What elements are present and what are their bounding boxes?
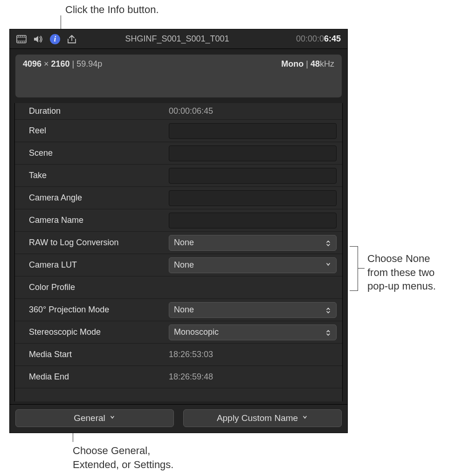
- callout-info-button: Click the Info button.: [65, 3, 159, 17]
- chevron-updown-icon: [326, 307, 331, 313]
- row-raw-log: RAW to Log Conversion None: [15, 232, 342, 254]
- label-take: Take: [15, 171, 169, 180]
- svg-rect-0: [17, 35, 26, 43]
- clip-timecode: 00:00:06:45: [296, 34, 341, 44]
- svg-marker-11: [34, 36, 38, 42]
- audio-icon[interactable]: [33, 35, 43, 43]
- camera-lut-popup[interactable]: None: [169, 257, 337, 273]
- stereo-value: Monoscopic: [174, 327, 219, 337]
- clip-summary: 4096 × 2160 | 59.94p Mono | 48kHz: [15, 55, 342, 97]
- apply-custom-name-popup[interactable]: Apply Custom Name: [183, 409, 342, 427]
- value-media-start: 18:26:53:03: [169, 350, 342, 359]
- row-color-profile: Color Profile: [15, 276, 342, 299]
- audio-rate: 48: [310, 59, 320, 69]
- chevron-updown-icon: [326, 240, 331, 246]
- row-duration: Duration 00:00:06:45: [15, 103, 342, 120]
- callout-view-menu: Choose General, Extended, or Settings.: [73, 444, 173, 471]
- callout-popups: Choose None from these two pop-up menus.: [367, 252, 436, 293]
- inspector-footer: General Apply Custom Name: [10, 404, 347, 433]
- callout-text: Choose None: [367, 253, 430, 264]
- view-menu-label: General: [74, 413, 105, 423]
- camera-lut-value: None: [174, 260, 194, 270]
- row-cutoff: [15, 388, 342, 401]
- inspector-toolbar: i SHGINF_S001_S001_T001 00:00:06:45: [10, 29, 347, 49]
- row-media-end: Media End 18:26:59:48: [15, 366, 342, 388]
- stereo-popup[interactable]: Monoscopic: [169, 324, 337, 340]
- callout-text: pop-up menus.: [367, 280, 436, 292]
- callout-text: Choose General,: [73, 445, 150, 456]
- label-media-end: Media End: [15, 372, 169, 382]
- res-width: 4096: [23, 59, 41, 69]
- row-stereo: Stereoscopic Mode Monoscopic: [15, 321, 342, 344]
- camera-angle-field[interactable]: [169, 190, 337, 206]
- row-take: Take: [15, 165, 342, 187]
- chevron-down-icon: [326, 262, 331, 268]
- label-media-start: Media Start: [15, 350, 169, 359]
- callout-text: from these two: [367, 267, 435, 278]
- label-raw-log: RAW to Log Conversion: [15, 238, 169, 248]
- clip-name: SHGINF_S001_S001_T001: [65, 34, 290, 44]
- label-reel: Reel: [15, 126, 169, 136]
- scene-field[interactable]: [169, 145, 337, 161]
- label-camera-angle: Camera Angle: [15, 193, 169, 203]
- video-icon[interactable]: [16, 35, 27, 43]
- leader-line: [358, 268, 365, 269]
- timecode-dim: 00:00:0: [296, 34, 324, 43]
- label-stereo: Stereoscopic Mode: [15, 327, 169, 337]
- info-inspector: i SHGINF_S001_S001_T001 00:00:06:45 4096…: [9, 29, 348, 433]
- info-icon[interactable]: i: [50, 34, 60, 44]
- chevron-down-icon: [110, 415, 116, 421]
- summary-audio: Mono | 48kHz: [281, 59, 334, 93]
- row-reel: Reel: [15, 120, 342, 142]
- label-camera-lut: Camera LUT: [15, 260, 169, 270]
- raw-log-value: None: [174, 238, 194, 248]
- projection-value: None: [174, 305, 194, 315]
- value-media-end: 18:26:59:48: [169, 372, 342, 382]
- chevron-down-icon: [303, 415, 308, 421]
- label-scene: Scene: [15, 148, 169, 158]
- label-projection: 360° Projection Mode: [15, 305, 169, 315]
- timecode-bright: 6:45: [324, 34, 341, 43]
- row-camera-angle: Camera Angle: [15, 187, 342, 209]
- bracket-popups: [350, 246, 358, 291]
- res-height: 2160: [51, 59, 70, 69]
- frame-rate: 59.94p: [76, 59, 102, 69]
- callout-text: Extended, or Settings.: [73, 459, 173, 470]
- raw-log-popup[interactable]: None: [169, 235, 337, 251]
- row-scene: Scene: [15, 142, 342, 165]
- chevron-updown-icon: [326, 330, 331, 335]
- metadata-list: Duration 00:00:06:45 Reel Scene Take Cam…: [10, 103, 347, 404]
- reel-field[interactable]: [169, 123, 337, 139]
- value-duration: 00:00:06:45: [169, 106, 342, 116]
- row-media-start: Media Start 18:26:53:03: [15, 344, 342, 366]
- row-camera-lut: Camera LUT None: [15, 254, 342, 276]
- metadata-view-popup[interactable]: General: [15, 409, 174, 427]
- audio-mode: Mono: [281, 59, 304, 69]
- label-camera-name: Camera Name: [15, 215, 169, 225]
- camera-name-field[interactable]: [169, 213, 337, 228]
- take-field[interactable]: [169, 168, 337, 184]
- label-color-profile: Color Profile: [15, 283, 169, 292]
- row-projection: 360° Projection Mode None: [15, 299, 342, 321]
- summary-video: 4096 × 2160 | 59.94p: [23, 59, 102, 93]
- metadata-inner: Duration 00:00:06:45 Reel Scene Take Cam…: [14, 103, 343, 401]
- row-camera-name: Camera Name: [15, 209, 342, 232]
- label-duration: Duration: [15, 106, 169, 116]
- action-menu-label: Apply Custom Name: [217, 413, 298, 423]
- projection-popup[interactable]: None: [169, 302, 337, 318]
